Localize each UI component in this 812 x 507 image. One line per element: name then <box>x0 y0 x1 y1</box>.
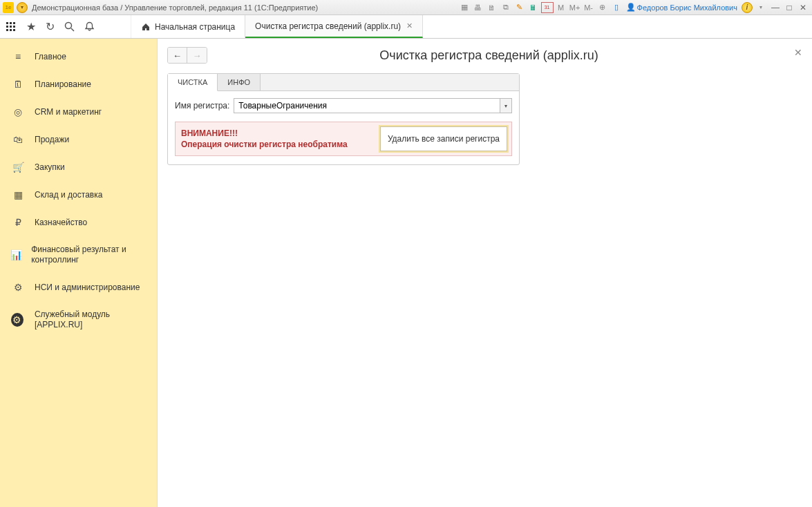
boxes-icon: ▦ <box>10 189 26 200</box>
cart-icon: 🛒 <box>10 162 26 173</box>
bag-icon: 🛍 <box>10 134 26 145</box>
document-icon[interactable]: 🗎 <box>486 2 498 13</box>
gear-icon: ⚙ <box>10 282 26 293</box>
sidebar-item-label: CRM и маркетинг <box>35 107 102 117</box>
register-dropdown-button[interactable]: ▾ <box>500 98 512 113</box>
svg-line-10 <box>71 28 74 31</box>
tab-bar: ★ ↻ Начальная страница Очистка регистра … <box>0 15 812 39</box>
tab-active-label: Очистка регистра сведений (applix.ru) <box>255 21 401 31</box>
sidebar-item-planning[interactable]: 🗓 Планирование <box>0 70 157 98</box>
sidebar-item-label: Финансовый результат и контроллинг <box>31 245 147 265</box>
sidebar-item-label: Склад и доставка <box>35 190 102 200</box>
ruble-icon: ₽ <box>10 217 26 228</box>
zoom-icon[interactable]: ⊕ <box>596 2 609 13</box>
window-title: Демонстрационная база / Управление торго… <box>32 3 318 12</box>
svg-rect-5 <box>13 26 15 28</box>
svg-rect-1 <box>10 22 12 24</box>
info-dropdown-icon[interactable]: ▾ <box>755 2 767 13</box>
info-icon[interactable]: i <box>742 2 753 13</box>
warning-line2: Операция очистки регистра необратима <box>181 140 348 149</box>
sidebar-item-label: Казначейство <box>35 218 87 228</box>
sidebar-item-warehouse[interactable]: ▦ Склад и доставка <box>0 181 157 209</box>
sidebar-item-label: Продажи <box>35 135 69 145</box>
sidebar-item-label: Служебный модуль [APPLIX.RU] <box>35 309 147 330</box>
history-icon[interactable]: ↻ <box>46 20 55 33</box>
sidebar-item-sales[interactable]: 🛍 Продажи <box>0 126 157 153</box>
search-icon[interactable] <box>64 21 75 32</box>
nav-back-button[interactable]: ← <box>168 48 187 63</box>
apps-grid-icon[interactable] <box>6 21 17 32</box>
target-icon: ◎ <box>10 106 26 117</box>
sidebar-item-nsi[interactable]: ⚙ НСИ и администрирование <box>0 274 157 301</box>
tabbar-tools: ★ ↻ <box>0 15 131 38</box>
save-icon[interactable]: ✎ <box>513 2 526 13</box>
sidebar-item-main[interactable]: ≡ Главное <box>0 43 157 70</box>
window-maximize-button[interactable]: □ <box>783 2 795 13</box>
sidebar-item-label: Закупки <box>35 162 65 173</box>
panel-tab-clean[interactable]: ЧИСТКА <box>168 74 218 91</box>
main-area: ≡ Главное 🗓 Планирование ◎ CRM и маркети… <box>0 39 812 507</box>
sidebar-item-label: НСИ и администрирование <box>35 283 140 293</box>
nav-forward-button[interactable]: → <box>187 48 207 63</box>
panel-body: Имя регистра: ▾ ВНИМАНИЕ!!! Операция очи… <box>168 91 519 164</box>
print-icon[interactable]: 🖶 <box>472 2 484 13</box>
notifications-bell-icon[interactable] <box>84 21 95 32</box>
tab-home-label: Начальная страница <box>155 22 235 32</box>
warning-row: ВНИМАНИЕ!!! Операция очистки регистра не… <box>175 122 512 156</box>
compare-icon[interactable]: ⧉ <box>500 2 512 13</box>
nav-buttons: ← → <box>167 47 207 64</box>
svg-rect-3 <box>6 26 8 28</box>
warning-line1: ВНИМАНИЕ!!! <box>181 128 238 138</box>
tab-home[interactable]: Начальная страница <box>131 15 245 38</box>
window-close-button[interactable]: ✕ <box>797 2 809 13</box>
page-close-icon[interactable]: ✕ <box>794 47 802 58</box>
memory-m-icon[interactable]: M <box>555 2 567 13</box>
content-header: ← → Очистка регистра сведений (applix.ru… <box>167 47 802 64</box>
calculator-icon[interactable]: 🖩 <box>527 2 540 13</box>
svg-rect-0 <box>6 22 8 24</box>
calendar-icon[interactable]: 31 <box>541 2 554 13</box>
svg-rect-8 <box>13 29 15 31</box>
sidebar-item-service-module[interactable]: ⚙ Служебный модуль [APPLIX.RU] <box>0 301 157 338</box>
svg-rect-6 <box>6 29 8 31</box>
register-name-input-wrap: ▾ <box>234 98 512 113</box>
window-titlebar: 1e ▼ Демонстрационная база / Управление … <box>0 0 812 15</box>
cleanup-panel: ЧИСТКА ИНФО Имя регистра: ▾ ВНИМАНИЕ!!! … <box>167 73 520 165</box>
favorites-star-icon[interactable]: ★ <box>26 20 36 33</box>
svg-rect-2 <box>13 22 15 24</box>
current-user[interactable]: 👤 Федоров Борис Михайлович <box>626 3 737 12</box>
user-icon: 👤 <box>626 3 636 12</box>
svg-rect-4 <box>10 26 12 28</box>
memory-mminus-icon[interactable]: M- <box>583 2 595 13</box>
app-menu-dropdown[interactable]: ▼ <box>17 2 28 13</box>
memory-mplus-icon[interactable]: M+ <box>569 2 581 13</box>
window-minimize-button[interactable]: — <box>769 2 782 13</box>
sidebar-item-label: Главное <box>35 52 66 62</box>
tab-close-icon[interactable]: ✕ <box>406 21 413 30</box>
svg-rect-7 <box>10 29 12 31</box>
planning-icon: 🗓 <box>10 79 26 90</box>
register-name-label: Имя регистра: <box>175 101 229 111</box>
sidebar-item-label: Планирование <box>35 79 91 90</box>
tab-register-cleanup[interactable]: Очистка регистра сведений (applix.ru) ✕ <box>245 15 423 38</box>
menu-lines-icon: ≡ <box>10 51 26 62</box>
content-area: ✕ ← → Очистка регистра сведений (applix.… <box>158 39 812 507</box>
home-icon <box>141 22 151 32</box>
svg-point-9 <box>66 23 72 29</box>
toolbar-grid-icon[interactable]: ▦ <box>458 2 471 13</box>
warning-text: ВНИМАНИЕ!!! Операция очистки регистра не… <box>180 126 375 151</box>
sidebar-item-finance[interactable]: 📊 Финансовый результат и контроллинг <box>0 236 157 274</box>
chart-icon: 📊 <box>10 249 23 260</box>
register-name-input[interactable] <box>234 98 500 113</box>
panel-tab-info[interactable]: ИНФО <box>218 74 261 90</box>
sidebar-item-treasury[interactable]: ₽ Казначейство <box>0 209 157 236</box>
sidebar-item-crm[interactable]: ◎ CRM и маркетинг <box>0 98 157 126</box>
panel-icon[interactable]: ▯ <box>610 2 623 13</box>
delete-all-records-button[interactable]: Удалить все записи регистра <box>380 126 507 151</box>
gear-filled-icon: ⚙ <box>11 313 23 327</box>
sidebar-item-purchases[interactable]: 🛒 Закупки <box>0 153 157 181</box>
user-name-label: Федоров Борис Михайлович <box>637 3 737 12</box>
sidebar: ≡ Главное 🗓 Планирование ◎ CRM и маркети… <box>0 39 158 507</box>
register-name-field-row: Имя регистра: ▾ <box>175 98 512 113</box>
page-title: Очистка регистра сведений (applix.ru) <box>217 48 802 63</box>
